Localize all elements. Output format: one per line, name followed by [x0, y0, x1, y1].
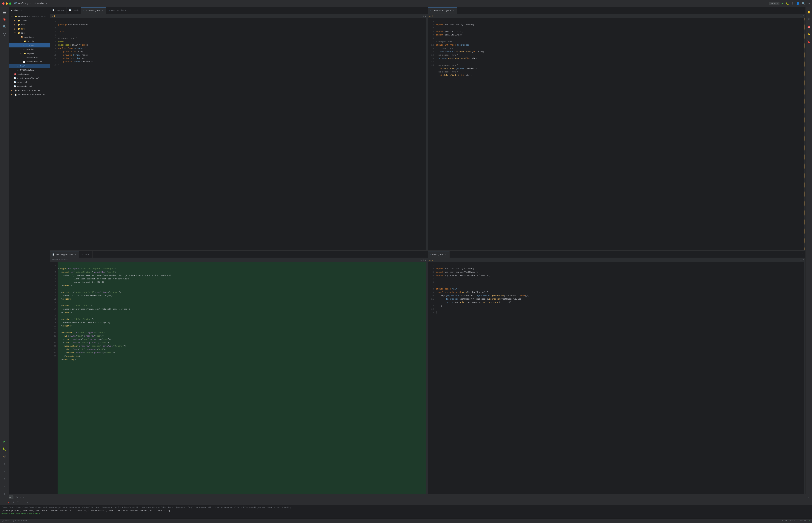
status-git[interactable]: ⎇ WebStudy › src › Main — [2, 520, 27, 522]
scrollbar-main — [804, 262, 805, 494]
tab-teacher-java[interactable]: ☕ Teacher.java — [106, 7, 128, 14]
problems-icon[interactable]: ⚠ — [1, 468, 8, 475]
account-icon[interactable]: 👤 — [796, 2, 800, 5]
close-panel-icon[interactable]: ✕ — [807, 495, 811, 499]
tab-more-btn-right-top[interactable]: ⋮ — [800, 9, 805, 12]
breadcrumb-arrows-right[interactable]: ∧ ∨ — [800, 15, 804, 17]
fullscreen-button[interactable] — [9, 2, 11, 5]
tree-item-mybatisutil[interactable]: ☕ MybatisUtil — [9, 68, 50, 72]
tree-item-entity[interactable]: ▼ 📁 entity — [9, 39, 50, 43]
status-check-icon[interactable]: ✓ — [809, 520, 810, 522]
format-tool-icon[interactable]: T — [1, 461, 8, 467]
more-icon[interactable]: ⋮ — [791, 2, 794, 5]
stop-icon[interactable]: ■ — [6, 501, 10, 505]
tree-item-text-xml[interactable]: 📄 text.xml — [9, 80, 50, 85]
settings-console-icon[interactable]: ⋯ — [26, 501, 30, 505]
settings-icon[interactable]: ⚙ — [808, 2, 810, 5]
bottom-tab-main[interactable]: Main ✕ — [14, 495, 27, 499]
tab-more-btn-left[interactable]: ⋮ — [422, 9, 428, 12]
tab-student-close[interactable]: ✕ — [101, 10, 104, 12]
project-tree[interactable]: ▼ 📁 WebStudy ~/Desktop/CS/Jav ▶ 📁 .idea … — [9, 14, 50, 494]
tree-item-testmapper-xml[interactable]: 📄 TestMapper.xml — [9, 60, 50, 64]
breadcrumb-xml-mapper: mapper — [52, 259, 58, 261]
tab-testmapper-xml[interactable]: 📄 TestMapper.xml ✕ — [50, 251, 79, 258]
minimize-button[interactable] — [5, 2, 8, 5]
search-icon[interactable]: 🔍 — [802, 2, 806, 5]
rerun-icon[interactable]: ↻ — [1, 501, 5, 505]
status-git-icon: ⎇ — [2, 520, 4, 522]
debug-tool-icon[interactable]: 🐛 — [1, 446, 8, 452]
tab-testmapper-close[interactable]: ✕ — [452, 10, 454, 12]
tree-item-lib[interactable]: ▶ 📁 lib — [9, 23, 50, 27]
tree-item-scratches[interactable]: ▶ 📝 Scratches and Consoles — [9, 93, 50, 97]
code-content-student[interactable]: package com.test.entity; import ... 6 us… — [57, 18, 426, 250]
tab-more-btn-right-bottom[interactable]: ⋮ — [800, 253, 805, 255]
run-config-label: Main — [771, 2, 776, 5]
code-content-testmapper[interactable]: import com.test.entity.Teacher; import j… — [435, 18, 804, 250]
close-button[interactable] — [2, 2, 4, 5]
breadcrumb-arrows[interactable]: ∧ ∨ — [422, 15, 426, 17]
tree-item-out[interactable]: ▶ 📁 out — [9, 27, 50, 31]
debug-icon[interactable]: 🐛 — [785, 2, 789, 5]
tree-item-src[interactable]: ▼ 📁 src — [9, 31, 50, 35]
status-indent[interactable]: 4 spaces — [797, 520, 807, 522]
notifications-icon[interactable]: 🔔 — [806, 8, 812, 15]
scroll-down-nav-icon[interactable]: ↓ — [1, 483, 8, 490]
scroll-down-icon[interactable]: ⤓ — [21, 501, 25, 505]
tab-student-db[interactable]: student — [79, 251, 92, 258]
project-label[interactable]: WS WebStudy ▾ — [14, 2, 31, 5]
tree-item-student[interactable]: ☕ Student — [9, 43, 50, 48]
tab-testmapper-xml-close[interactable]: ✕ — [74, 253, 76, 256]
tree-item-mybatis-config[interactable]: 📄 mybatis-config.xml — [9, 76, 50, 80]
tab-main-java[interactable]: ☕ Main.java ✕ — [428, 251, 450, 258]
branch-label[interactable]: ⎇ master ▾ — [34, 2, 47, 5]
tree-item-testmapper-java[interactable]: ☕ TestMapper — [9, 56, 50, 60]
database-icon[interactable]: 🗄 — [806, 16, 812, 23]
pause-icon[interactable]: ⏸ — [11, 501, 15, 505]
bookmarks-icon[interactable]: 🔖 — [1, 16, 8, 23]
code-content-xml[interactable]: <mapper namespace="com.test.mapper.TestM… — [57, 262, 426, 494]
code-editor-testmapper[interactable]: 56789101112131415161718 import com.test.… — [428, 18, 806, 250]
project-panel-dropdown[interactable]: ▾ — [20, 10, 22, 12]
tree-item-external-libs[interactable]: ▶ 📚 External Libraries — [9, 89, 50, 93]
scroll-up-icon[interactable]: ⤒ — [16, 501, 20, 505]
tab-student-java[interactable]: ☕ Student.java ✕ — [81, 7, 106, 14]
tab-testmapper-java[interactable]: ☕ TestMapper.java ✕ — [428, 7, 457, 14]
tab-teacher[interactable]: 📄 teacher — [50, 7, 67, 14]
right-icon-bar: 🔔 🗄 🐙 ✨ 🔖 — [805, 7, 812, 494]
run-icon[interactable]: ▶ — [782, 2, 783, 5]
run-config[interactable]: Main ▾ — [769, 2, 779, 5]
project-icon[interactable] — [1, 8, 8, 15]
bottom-tab-main-close[interactable]: ✕ — [23, 496, 24, 498]
code-editor-main[interactable]: 123456789101112131415 import com.test.en… — [428, 262, 806, 494]
code-content-main[interactable]: import com.test.entity.Student; import c… — [435, 262, 804, 494]
scroll-up-nav-icon[interactable]: ↑ — [1, 475, 8, 482]
tab-teach[interactable]: 📄 teach — [67, 7, 81, 14]
status-lf[interactable]: LF — [785, 520, 787, 522]
tree-item-gitignore[interactable]: 🐙 .gitignore — [9, 72, 50, 76]
tree-item-main[interactable]: ☕ Main — [9, 64, 50, 68]
tree-item-idea[interactable]: ▶ 📁 .idea — [9, 19, 50, 23]
profile-tool-icon[interactable]: 🦋 — [1, 453, 8, 460]
tree-item-comtest[interactable]: ▼ 📦 com.test — [9, 35, 50, 39]
git-icon[interactable]: 🐙 — [806, 23, 812, 30]
tree-item-teacher[interactable]: ☕ Teacher — [9, 48, 50, 52]
code-editor-student[interactable]: 1234567891011121314 package com.test.ent… — [50, 18, 428, 250]
status-encoding[interactable]: UTF-8 — [790, 520, 795, 522]
bookmark-right-icon[interactable]: 🔖 — [806, 38, 812, 45]
tree-item-webstudy[interactable]: ▼ 📁 WebStudy ~/Desktop/CS/Jav — [9, 15, 50, 19]
code-editor-xml[interactable]: 1234567891011121314151617181920212223242… — [50, 262, 428, 494]
settings-bottom-icon[interactable]: ⚙ — [1, 490, 8, 497]
find-icon[interactable]: 🔍 — [1, 23, 8, 30]
tab-main-java-close[interactable]: ✕ — [445, 253, 447, 256]
structure-icon[interactable] — [1, 31, 8, 38]
tab-more-btn-left-bottom[interactable]: ⋮ — [422, 253, 428, 255]
console-exit-line: Process finished with exit code 0 — [1, 512, 811, 516]
status-position[interactable]: 14:2 — [778, 520, 783, 522]
tree-item-mapper[interactable]: ▼ 📁 mapper — [9, 52, 50, 56]
ai-icon[interactable]: ✨ — [806, 31, 812, 38]
run-tool-icon[interactable]: ▶ — [1, 438, 8, 445]
breadcrumb-arrows-main[interactable]: ∧ ∨ — [800, 259, 804, 261]
tree-item-webstudy-iml[interactable]: 📄 WebStudy.iml — [9, 85, 50, 89]
scrollbar-xml — [426, 262, 428, 494]
